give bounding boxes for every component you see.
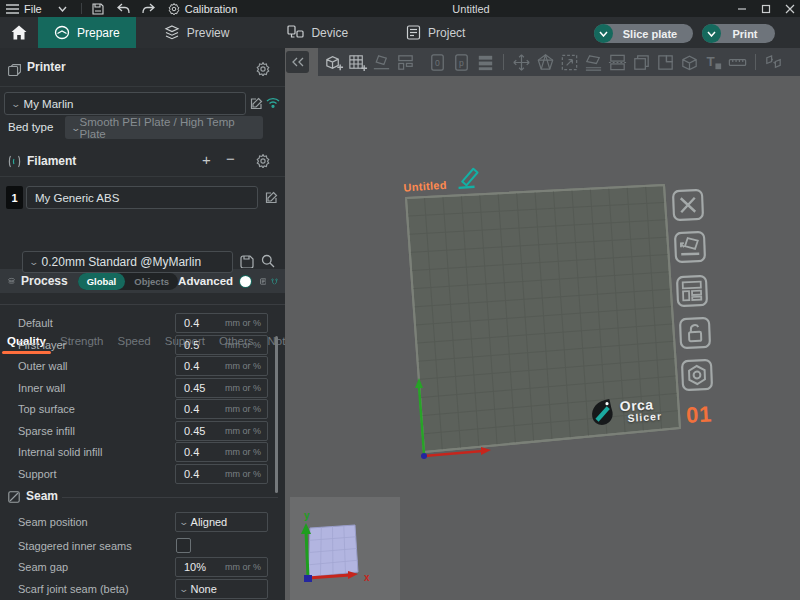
edit-filament-icon[interactable] — [265, 191, 278, 204]
sidebar-scrollbar[interactable] — [275, 336, 278, 493]
home-button[interactable] — [0, 17, 38, 48]
file-menu-label: File — [24, 3, 42, 15]
printer-settings-gear-icon[interactable] — [256, 62, 270, 76]
filament-section-title: Filament — [27, 154, 76, 168]
undo-button[interactable] — [110, 0, 136, 17]
edit-printer-icon[interactable] — [250, 97, 263, 110]
printer-preset-dropdown[interactable]: ⌄ My Marlin — [4, 92, 246, 115]
param-input[interactable]: 0.4mm or % — [175, 464, 268, 484]
tab-preview-label: Preview — [187, 26, 230, 40]
filament-preset-field[interactable]: My Generic ABS — [26, 186, 258, 209]
orca-slicer-window: File Calibration Untitled — [0, 0, 800, 600]
param-input[interactable]: 0.45mm or % — [175, 378, 268, 398]
param-input[interactable]: 0.4mm or % — [175, 356, 268, 376]
chevron-down-icon — [707, 31, 716, 37]
scarf-joint-seam-dropdown[interactable]: ⌄None — [175, 579, 268, 599]
param-label: Internal solid infill — [18, 446, 102, 458]
maximize-button[interactable] — [755, 0, 777, 17]
titlebar-divider — [81, 3, 82, 14]
tab-project[interactable]: Project — [390, 17, 481, 48]
process-scope-toggle[interactable]: Global Objects — [78, 273, 178, 290]
advanced-toggle[interactable] — [239, 275, 251, 288]
chevron-down-icon: ⌄ — [178, 584, 189, 594]
printer-section-title: Printer — [27, 60, 66, 74]
staggered-inner-seams-checkbox[interactable] — [176, 538, 191, 553]
tab-device[interactable]: Device — [271, 17, 364, 48]
tab-device-label: Device — [311, 26, 348, 40]
file-menu-expand[interactable] — [48, 0, 77, 17]
print-button[interactable]: Print — [702, 24, 775, 43]
undo-icon — [116, 3, 130, 14]
param-label: Sparse infill — [18, 425, 75, 437]
filament-slot-badge[interactable]: 1 — [6, 186, 23, 209]
orca-icon — [589, 398, 617, 428]
tab-preview[interactable]: Preview — [148, 17, 246, 48]
param-label: Support — [18, 468, 57, 480]
calibration-button[interactable]: Calibration — [162, 0, 244, 17]
prepare-icon — [54, 25, 70, 40]
save-button[interactable] — [86, 0, 110, 17]
process-icon — [8, 275, 15, 287]
param-input[interactable]: 0.45mm or % — [175, 421, 268, 441]
mini-overview[interactable]: y x — [290, 497, 400, 600]
parameter-list-icon[interactable] — [260, 275, 266, 288]
calibration-gear-icon — [168, 3, 180, 15]
wifi-connection-icon[interactable] — [266, 97, 280, 108]
compare-presets-icon[interactable] — [271, 275, 278, 288]
viewport-3d[interactable]: 0 p T — [285, 48, 800, 600]
logo-text-bottom: Slicer — [627, 411, 662, 424]
param-label: First layer — [18, 339, 66, 351]
param-label: Default — [18, 317, 53, 329]
file-menu[interactable]: File — [0, 0, 48, 17]
calibration-label: Calibration — [185, 3, 238, 15]
plate-settings-button[interactable] — [680, 358, 713, 391]
lock-plate-button[interactable] — [678, 316, 711, 349]
plate-number: 01 — [685, 401, 713, 428]
bed-type-value: Smooth PEI Plate / High Temp Plate — [80, 116, 263, 140]
param-label: Inner wall — [18, 382, 65, 394]
seam-gap-input[interactable]: 10%mm or % — [175, 557, 268, 577]
scope-objects[interactable]: Objects — [125, 276, 178, 287]
seam-section-title: Seam — [26, 489, 58, 503]
delete-plate-button[interactable] — [671, 188, 704, 221]
param-input[interactable]: 0.4mm or % — [175, 313, 268, 333]
tab-project-label: Project — [428, 26, 465, 40]
sidebar: Printer ⌄ My Marlin Bed type ⌄ Smooth PE… — [0, 48, 285, 600]
scarf-joint-seam-label: Scarf joint seam (beta) — [18, 583, 129, 595]
param-input[interactable]: 0.4mm or % — [175, 442, 268, 462]
project-icon — [406, 25, 421, 40]
filament-settings-gear-icon[interactable] — [256, 154, 270, 168]
orient-plate-button[interactable] — [673, 230, 706, 263]
maximize-icon — [761, 4, 771, 14]
tab-prepare[interactable]: Prepare — [38, 17, 136, 48]
slice-plate-button[interactable]: Slice plate — [594, 24, 693, 43]
redo-button[interactable] — [136, 0, 162, 17]
filament-icon — [8, 155, 21, 168]
preview-layers-icon — [164, 25, 180, 40]
bed-type-dropdown[interactable]: ⌄ Smooth PEI Plate / High Temp Plate — [65, 116, 263, 139]
minimize-icon — [737, 4, 747, 14]
hamburger-icon — [6, 4, 19, 14]
chevron-down-icon: ⌄ — [70, 123, 81, 133]
printer-preset-value: My Marlin — [24, 98, 74, 110]
remove-filament-button[interactable]: − — [226, 150, 235, 167]
search-icon[interactable] — [261, 254, 275, 268]
tab-prepare-label: Prepare — [77, 26, 120, 40]
param-input[interactable]: 0.5mm or % — [175, 335, 268, 355]
process-preset-dropdown[interactable]: ⌄ 0.20mm Standard @MyMarlin — [22, 251, 233, 273]
save-preset-icon[interactable] — [240, 255, 254, 268]
seam-section-icon — [8, 491, 20, 503]
seam-position-dropdown[interactable]: ⌄Aligned — [175, 512, 268, 532]
slice-options-dropdown[interactable] — [594, 24, 613, 43]
scope-global[interactable]: Global — [78, 273, 126, 290]
print-options-dropdown[interactable] — [702, 24, 721, 43]
arrange-plate-button[interactable] — [675, 274, 708, 307]
add-filament-button[interactable]: + — [202, 151, 211, 168]
edit-plate-name-icon[interactable] — [450, 166, 481, 190]
save-icon — [92, 3, 104, 15]
param-input[interactable]: 0.4mm or % — [175, 399, 268, 419]
close-button[interactable] — [779, 0, 800, 17]
minimize-button[interactable] — [731, 0, 753, 17]
chevron-down-icon — [58, 6, 67, 12]
titlebar: File Calibration Untitled — [0, 0, 800, 17]
